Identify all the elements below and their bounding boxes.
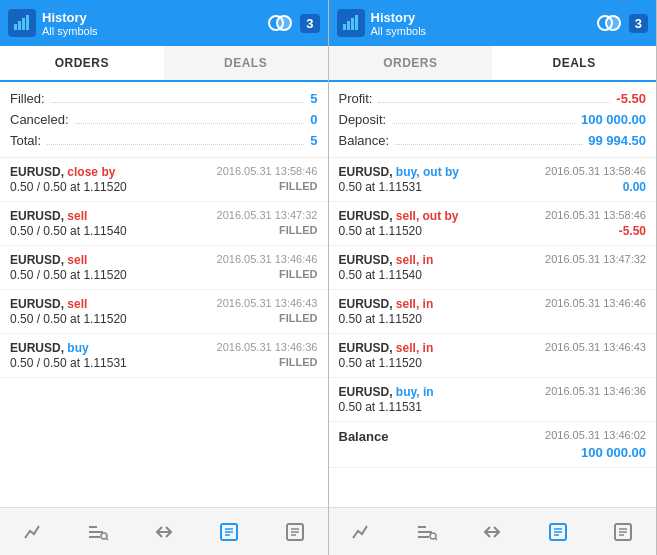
table-row[interactable]: EURUSD, buy, in 2016.05.31 13:46:36 0.50… xyxy=(329,378,657,422)
right-header: History All symbols 3 xyxy=(329,0,657,46)
left-switch-btn[interactable] xyxy=(268,13,292,33)
right-nav-news[interactable] xyxy=(591,508,657,555)
deal-datetime: 2016.05.31 13:46:43 xyxy=(545,341,646,355)
svg-rect-21 xyxy=(347,21,350,30)
table-row[interactable]: EURUSD, close by 2016.05.31 13:58:46 0.5… xyxy=(0,158,328,202)
svg-rect-0 xyxy=(14,24,17,30)
left-badge[interactable]: 3 xyxy=(300,14,319,33)
svg-point-5 xyxy=(277,16,291,30)
table-row[interactable]: EURUSD, sell, in 2016.05.31 13:46:46 0.5… xyxy=(329,290,657,334)
left-nav-news[interactable] xyxy=(262,508,328,555)
left-stat-filled-dots xyxy=(51,95,305,103)
order-datetime: 2016.05.31 13:46:43 xyxy=(217,297,318,311)
right-nav-chart[interactable] xyxy=(329,508,395,555)
quotes-icon xyxy=(87,521,109,543)
left-subtitle: All symbols xyxy=(42,25,98,37)
right-stat-deposit-dots xyxy=(392,116,575,124)
right-deals-list: EURUSD, buy, out by 2016.05.31 13:58:46 … xyxy=(329,158,657,507)
table-row[interactable]: EURUSD, sell 2016.05.31 13:46:43 0.50 / … xyxy=(0,290,328,334)
right-panel: History All symbols 3 ORDERS DEALS Profi… xyxy=(329,0,658,555)
deal-symbol: EURUSD, sell, in xyxy=(339,341,434,355)
table-row[interactable]: EURUSD, buy, out by 2016.05.31 13:58:46 … xyxy=(329,158,657,202)
right-tabs: ORDERS DEALS xyxy=(329,46,657,82)
left-stat-total-value: 5 xyxy=(310,133,317,148)
order-status: FILLED xyxy=(279,180,318,194)
deal-datetime: 2016.05.31 13:58:46 xyxy=(545,209,646,223)
deal-balance-value: 100 000.00 xyxy=(581,445,646,460)
left-nav-history[interactable] xyxy=(197,508,263,555)
right-nav-trade[interactable] xyxy=(460,508,526,555)
deal-datetime: 2016.05.31 13:46:02 xyxy=(545,429,646,444)
left-header: History All symbols 3 xyxy=(0,0,328,46)
table-row[interactable]: EURUSD, sell 2016.05.31 13:47:32 0.50 / … xyxy=(0,202,328,246)
svg-rect-3 xyxy=(26,15,29,30)
left-title: History xyxy=(42,10,98,25)
svg-line-30 xyxy=(435,538,437,540)
left-orders-list: EURUSD, close by 2016.05.31 13:58:46 0.5… xyxy=(0,158,328,507)
svg-rect-23 xyxy=(355,15,358,30)
left-stat-canceled-dots xyxy=(75,116,305,124)
left-nav-chart[interactable] xyxy=(0,508,66,555)
order-symbol: EURUSD, sell xyxy=(10,297,87,311)
deal-lots: 0.50 at 1.11520 xyxy=(339,224,422,238)
chart-icon xyxy=(22,521,44,543)
right-app-icon xyxy=(337,9,365,37)
order-symbol: EURUSD, sell xyxy=(10,209,87,223)
right-nav-history[interactable] xyxy=(525,508,591,555)
right-header-right: 3 xyxy=(597,13,648,33)
left-nav-quotes[interactable] xyxy=(66,508,132,555)
order-datetime: 2016.05.31 13:46:36 xyxy=(217,341,318,355)
deal-lots: 0.50 at 1.11531 xyxy=(339,400,422,414)
table-row[interactable]: EURUSD, sell, out by 2016.05.31 13:58:46… xyxy=(329,202,657,246)
table-row[interactable]: Balance 2016.05.31 13:46:02 100 000.00 xyxy=(329,422,657,468)
table-row[interactable]: EURUSD, buy 2016.05.31 13:46:36 0.50 / 0… xyxy=(0,334,328,378)
order-symbol: EURUSD, close by xyxy=(10,165,115,179)
right-badge[interactable]: 3 xyxy=(629,14,648,33)
svg-rect-2 xyxy=(22,18,25,30)
right-header-text: History All symbols xyxy=(371,10,427,37)
order-status: FILLED xyxy=(279,268,318,282)
right-stat-deposit-value: 100 000.00 xyxy=(581,112,646,127)
left-stat-total: Total: 5 xyxy=(10,130,318,151)
deal-symbol: EURUSD, buy, in xyxy=(339,385,434,399)
history-icon xyxy=(218,521,240,543)
left-stat-canceled-label: Canceled: xyxy=(10,112,69,127)
left-tab-orders[interactable]: ORDERS xyxy=(0,46,164,82)
svg-rect-27 xyxy=(418,531,432,533)
right-stat-profit-value: -5.50 xyxy=(616,91,646,106)
right-tab-deals[interactable]: DEALS xyxy=(492,46,656,82)
left-panel: History All symbols 3 ORDERS DEALS Fille… xyxy=(0,0,329,555)
deal-symbol: EURUSD, sell, out by xyxy=(339,209,459,223)
right-nav-quotes[interactable] xyxy=(394,508,460,555)
table-row[interactable]: EURUSD, sell 2016.05.31 13:46:46 0.50 / … xyxy=(0,246,328,290)
svg-rect-8 xyxy=(89,536,100,538)
deal-value: 0.00 xyxy=(623,180,646,194)
right-switch-btn[interactable] xyxy=(597,13,621,33)
left-nav-trade[interactable] xyxy=(131,508,197,555)
deal-datetime: 2016.05.31 13:47:32 xyxy=(545,253,646,267)
deal-lots: 0.50 at 1.11531 xyxy=(339,180,422,194)
deal-value: -5.50 xyxy=(619,224,646,238)
trade-icon xyxy=(153,521,175,543)
left-bottom-nav xyxy=(0,507,328,555)
order-symbol: EURUSD, sell xyxy=(10,253,87,267)
order-lots: 0.50 / 0.50 at 1.11520 xyxy=(10,180,127,194)
svg-rect-20 xyxy=(343,24,346,30)
right-stat-profit-label: Profit: xyxy=(339,91,373,106)
left-header-left: History All symbols xyxy=(8,9,98,37)
deal-symbol: EURUSD, sell, in xyxy=(339,253,434,267)
order-status: FILLED xyxy=(279,356,318,370)
right-tab-orders[interactable]: ORDERS xyxy=(329,46,493,80)
right-title: History xyxy=(371,10,427,25)
table-row[interactable]: EURUSD, sell, in 2016.05.31 13:46:43 0.5… xyxy=(329,334,657,378)
right-stat-deposit-label: Deposit: xyxy=(339,112,387,127)
left-tab-deals[interactable]: DEALS xyxy=(164,46,328,80)
svg-rect-26 xyxy=(418,526,426,528)
table-row[interactable]: EURUSD, sell, in 2016.05.31 13:47:32 0.5… xyxy=(329,246,657,290)
svg-rect-6 xyxy=(89,526,97,528)
news-icon xyxy=(284,521,306,543)
right-stat-balance-value: 99 994.50 xyxy=(588,133,646,148)
left-stat-filled-label: Filled: xyxy=(10,91,45,106)
right-stat-profit-dots xyxy=(378,95,610,103)
right-stat-balance-label: Balance: xyxy=(339,133,390,148)
